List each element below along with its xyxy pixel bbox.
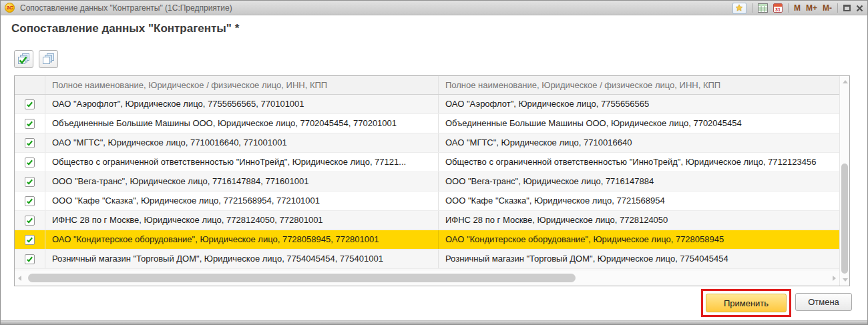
table-row[interactable]: Объединенные Большие Машины ООО, Юридиче… [15,114,839,133]
target-cell[interactable]: ОАО "МГТС", Юридическое лицо, 7710016640 [439,133,839,152]
table-row[interactable]: Розничный магазин "Торговый ДОМ", Юридич… [15,250,839,269]
checkbox-checked-icon[interactable] [25,235,35,245]
check-all-icon [17,53,31,66]
scroll-up-icon[interactable] [843,80,848,83]
row-checkbox-cell[interactable] [15,95,45,113]
window-title: Сопоставление данных "Контрагенты" (1С:П… [20,3,232,13]
source-cell[interactable]: ООО "Кафе "Сказка", Юридическое лицо, 77… [45,192,439,210]
titlebar-separator [752,3,752,13]
row-checkbox-cell[interactable] [15,192,45,210]
scroll-down-icon[interactable] [843,278,848,282]
row-checkbox-cell[interactable] [15,230,45,249]
table-row[interactable]: ИФНС 28 по г Москве, Юридическое лицо, 7… [15,211,839,230]
source-cell[interactable]: Объединенные Большие Машины ООО, Юридиче… [45,114,439,133]
target-cell[interactable]: Объединенные Большие Машины ООО, Юридиче… [439,114,839,133]
row-checkbox-cell[interactable] [15,153,45,172]
header-checkbox-column[interactable] [15,76,45,94]
toolbar [14,50,58,68]
table-row[interactable]: ОАО "МГТС", Юридическое лицо, 7710016640… [15,133,839,153]
close-button[interactable] [856,5,863,12]
checkbox-checked-icon[interactable] [25,254,35,264]
table-row[interactable]: ООО "Вега-транс", Юридическое лицо, 7716… [15,172,839,192]
target-cell[interactable]: Общество с ограниченной ответственностью… [439,153,839,172]
close-icon [856,5,863,12]
target-cell[interactable]: ИФНС 28 по г Москве, Юридическое лицо, 7… [439,211,839,230]
row-checkbox-cell[interactable] [15,172,45,191]
memory-recall-button[interactable]: M [794,3,801,13]
1c-logo-icon: 1С [5,3,15,13]
annotation-red-box: Применить [701,289,791,317]
uncheck-all-button[interactable] [39,50,58,68]
page-title: Сопоставление данных "Контрагенты" * [11,22,239,35]
table-header: Полное наименование, Юридическое / физич… [15,76,839,95]
target-cell[interactable]: ОАО "Кондитерское оборудование", Юридиче… [439,230,839,249]
horizontal-scrollbar[interactable] [15,270,839,286]
table-row-selected[interactable]: ОАО "Кондитерское оборудование", Юридиче… [15,230,839,250]
checkbox-checked-icon[interactable] [25,99,35,109]
checkbox-checked-icon[interactable] [25,177,35,187]
calculator-icon [758,3,768,13]
title-bar: 1С Сопоставление данных "Контрагенты" (1… [1,1,867,15]
source-cell[interactable]: Общество с ограниченной ответственностью… [45,153,439,172]
source-cell[interactable]: ОАО "Кондитерское оборудование", Юридиче… [45,230,439,249]
check-all-button[interactable] [14,50,33,68]
table-row[interactable]: Общество с ограниченной ответственностью… [15,153,839,172]
titlebar-separator [788,3,789,13]
maximize-button[interactable] [843,5,851,11]
apply-button[interactable]: Применить [706,294,787,312]
scroll-right-icon[interactable] [833,276,836,281]
row-checkbox-cell[interactable] [15,211,45,230]
calendar-button[interactable]: 31 [773,3,783,13]
checkbox-checked-icon[interactable] [25,216,35,226]
mapping-table: Полное наименование, Юридическое / физич… [14,75,850,286]
horizontal-scroll-thumb[interactable] [28,274,576,282]
vertical-scrollbar[interactable] [839,76,849,286]
source-cell[interactable]: ОАО "Аэрофлот", Юридическое лицо, 775565… [45,95,439,113]
header-source-column[interactable]: Полное наименование, Юридическое / физич… [45,76,439,94]
row-checkbox-cell[interactable] [15,250,45,268]
memory-plus-button[interactable]: M+ [806,3,817,13]
target-cell[interactable]: Розничный магазин "Торговый ДОМ", Юридич… [439,250,839,268]
header-target-column[interactable]: Полное наименование, Юридическое / физич… [439,76,839,94]
source-cell[interactable]: ООО "Вега-транс", Юридическое лицо, 7716… [45,172,439,191]
calculator-button[interactable] [758,3,768,13]
target-cell[interactable]: ООО "Вега-транс", Юридическое лицо, 7716… [439,172,839,191]
uncheck-all-icon [41,53,55,66]
table-row[interactable]: ООО "Кафе "Сказка", Юридическое лицо, 77… [15,192,839,211]
vertical-scroll-thumb[interactable] [841,164,848,274]
source-cell[interactable]: ОАО "МГТС", Юридическое лицо, 7710016640… [45,133,439,152]
checkbox-checked-icon[interactable] [25,138,35,148]
checkbox-checked-icon[interactable] [25,157,35,168]
maximize-icon [843,5,851,11]
target-cell[interactable]: ООО "Кафе "Сказка", Юридическое лицо, 77… [439,192,839,210]
favorites-button[interactable] [732,3,746,14]
window-bottom-edge [1,320,867,324]
app-window: 1С Сопоставление данных "Контрагенты" (1… [0,0,868,325]
checkbox-checked-icon[interactable] [25,119,35,129]
checkbox-checked-icon[interactable] [25,196,35,206]
target-cell[interactable]: ОАО "Аэрофлот", Юридическое лицо, 775565… [439,95,839,113]
cancel-button[interactable]: Отмена [795,293,852,311]
source-cell[interactable]: Розничный магазин "Торговый ДОМ", Юридич… [45,250,439,268]
memory-minus-button[interactable]: M- [823,3,832,13]
source-cell[interactable]: ИФНС 28 по г Москве, Юридическое лицо, 7… [45,211,439,230]
table-row[interactable]: ОАО "Аэрофлот", Юридическое лицо, 775565… [15,95,839,114]
row-checkbox-cell[interactable] [15,133,45,152]
star-icon [735,4,743,12]
row-checkbox-cell[interactable] [15,114,45,133]
titlebar-separator [837,3,838,13]
scroll-left-icon[interactable] [18,276,21,281]
